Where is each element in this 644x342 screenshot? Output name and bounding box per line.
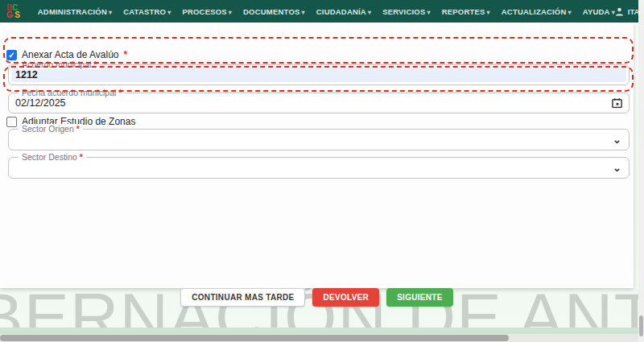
nav-item-servicios[interactable]: SERVICIOS▾ — [382, 7, 431, 16]
anexar-acta-row: ✓ Anexar Acta de Avalúo * — [6, 49, 127, 60]
nav-item-actualizacion[interactable]: ACTUALIZACIÓN▾ — [502, 7, 572, 16]
app-logo[interactable]: BC G·S — [6, 4, 20, 19]
nav-item-reportes[interactable]: REPORTES▾ — [442, 7, 490, 16]
caret-down-icon: ▾ — [568, 9, 572, 16]
app-window: GOBERNACIÓN DE ANTIOQUIA ✓ Anexar Acta d… — [0, 0, 644, 342]
check-icon: ✓ — [8, 51, 14, 60]
horizontal-scrollbar-thumb[interactable] — [0, 335, 509, 341]
caret-down-icon: ▾ — [368, 9, 371, 16]
horizontal-scrollbar[interactable] — [0, 334, 644, 342]
anexar-acta-checkbox[interactable]: ✓ — [6, 50, 17, 60]
user-icon — [615, 7, 624, 16]
fecha-acuerdo-field[interactable]: Fecha acuerdo municipal * 02/12/2025 — [8, 93, 630, 113]
vertical-scrollbar[interactable] — [638, 0, 644, 342]
calendar-icon[interactable] — [612, 98, 622, 109]
siguiente-button[interactable]: SIGUIENTE — [386, 288, 453, 307]
caret-down-icon: ▾ — [487, 9, 490, 16]
adjuntar-estudio-checkbox[interactable] — [6, 117, 17, 127]
anexar-acta-label: Anexar Acta de Avalúo — [22, 49, 119, 60]
caret-down-icon: ▾ — [427, 9, 431, 16]
nav-item-administracion[interactable]: ADMINISTRACIÓN▾ — [38, 7, 112, 16]
form-card: ✓ Anexar Acta de Avalúo * Acuerdo munici… — [0, 23, 634, 288]
nav-item-documentos[interactable]: DOCUMENTOS▾ — [243, 7, 305, 16]
acuerdo-municipal-label: Acuerdo municipal * — [19, 60, 100, 69]
caret-down-icon: ▾ — [167, 9, 171, 16]
required-asterisk: * — [124, 49, 128, 60]
nav-menu: ADMINISTRACIÓN▾ CATASTRO▾ PROCESOS▾ DOCU… — [38, 7, 615, 16]
autofill-highlight — [11, 68, 626, 82]
caret-down-icon: ▾ — [229, 9, 232, 16]
nav-item-catastro[interactable]: CATASTRO▾ — [123, 7, 171, 16]
caret-down-icon: ▾ — [109, 9, 112, 16]
acuerdo-municipal-field[interactable]: Acuerdo municipal * 1212 — [8, 64, 630, 85]
nav-item-procesos[interactable]: PROCESOS▾ — [182, 7, 232, 16]
footer-band — [0, 328, 644, 334]
sector-destino-label: Sector Destino * — [19, 152, 86, 162]
nav-item-ciudadania[interactable]: CIUDADANÍA▾ — [316, 7, 371, 16]
sector-origen-select[interactable]: Sector Origen * ⌄ — [8, 129, 630, 150]
sector-destino-select[interactable]: Sector Destino * ⌄ — [8, 157, 630, 179]
sector-origen-label: Sector Origen * — [19, 124, 83, 134]
caret-down-icon: ▾ — [302, 9, 305, 16]
acuerdo-municipal-input[interactable]: 1212 — [15, 69, 38, 80]
top-navbar: BC G·S ADMINISTRACIÓN▾ CATASTRO▾ PROCESO… — [0, 0, 638, 23]
continuar-mas-tarde-button[interactable]: CONTINUAR MAS TARDE — [180, 288, 305, 307]
fecha-acuerdo-input[interactable]: 02/12/2025 — [15, 97, 66, 109]
nav-item-ayuda[interactable]: AYUDA▾ — [583, 7, 615, 16]
fecha-acuerdo-label: Fecha acuerdo municipal * — [19, 88, 125, 97]
vertical-scrollbar-thumb[interactable] — [639, 315, 643, 336]
devolver-button[interactable]: DEVOLVER — [312, 288, 379, 307]
form-actions: CONTINUAR MAS TARDE DEVOLVER SIGUIENTE — [0, 288, 634, 307]
